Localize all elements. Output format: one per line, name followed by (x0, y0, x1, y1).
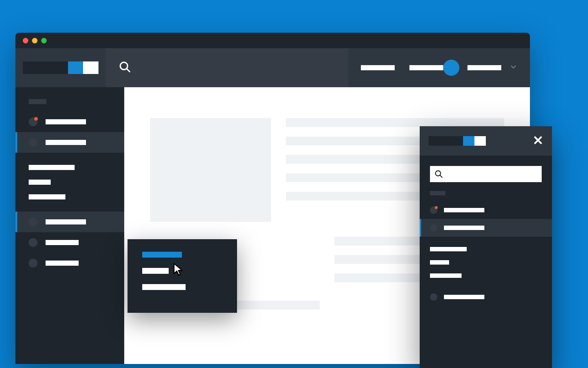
mini-item-2[interactable] (420, 219, 552, 237)
topbar-right (348, 48, 530, 87)
mini-subitem-label (430, 273, 462, 278)
mini-subitem-3[interactable] (420, 269, 552, 282)
context-menu (128, 239, 237, 313)
content-image-placeholder (150, 118, 271, 222)
sidebar-subitem-label (29, 165, 75, 170)
global-search[interactable] (105, 48, 348, 87)
svg-line-1 (127, 69, 130, 72)
sidebar-item-4[interactable] (15, 232, 124, 253)
mini-subitem-2[interactable] (420, 256, 552, 269)
avatar (443, 60, 459, 76)
mini-subitem-label (430, 247, 467, 251)
sidebar-heading (29, 99, 46, 104)
svg-line-5 (440, 175, 442, 177)
context-menu-item-3[interactable] (142, 284, 186, 290)
minimize-window-icon[interactable] (32, 38, 37, 43)
sidebar-item-label (46, 140, 86, 145)
window-titlebar (15, 33, 530, 48)
brand-area[interactable] (15, 48, 105, 87)
sidebar-subitem-label (29, 194, 65, 199)
mini-item-1[interactable] (420, 201, 552, 219)
context-menu-item-1[interactable] (142, 252, 182, 258)
status-dot-icon (29, 259, 37, 268)
status-dot-icon (29, 117, 37, 126)
mini-item-label (444, 208, 484, 212)
chevron-down-icon (509, 63, 517, 72)
mini-subitem-1[interactable] (420, 243, 552, 256)
mini-item-label (444, 295, 484, 299)
status-dot-icon (430, 206, 437, 214)
status-dot-icon (29, 238, 37, 247)
content-line (286, 118, 504, 127)
sidebar-subitem-label (29, 180, 51, 185)
sidebar-item-5[interactable] (15, 253, 124, 273)
sidebar-item-3[interactable] (15, 212, 124, 232)
search-icon (119, 61, 131, 75)
status-dot-icon (430, 293, 437, 301)
sidebar-item-2[interactable] (15, 132, 124, 153)
brand-logo (429, 136, 486, 146)
nav-link-1[interactable] (361, 65, 395, 70)
zoom-window-icon[interactable] (41, 38, 47, 43)
sidebar-subitem-1[interactable] (15, 160, 124, 175)
close-icon[interactable] (533, 135, 543, 147)
sidebar-subitem-3[interactable] (15, 190, 124, 204)
sidebar-item-label (46, 119, 86, 124)
sidebar-item-label (46, 240, 79, 245)
mini-panel-header (420, 126, 552, 156)
topbar (15, 48, 530, 87)
status-dot-icon (29, 138, 37, 147)
context-menu-item-2[interactable] (142, 268, 169, 274)
sidebar-item-1[interactable] (15, 112, 124, 132)
status-dot-icon (430, 224, 437, 231)
sidebar-subitem-2[interactable] (15, 175, 124, 190)
sidebar-item-label (46, 219, 86, 224)
mini-item-label (444, 226, 484, 230)
status-dot-icon (29, 217, 37, 226)
mini-search-input[interactable] (430, 166, 542, 182)
user-name (467, 65, 501, 70)
mini-panel (420, 126, 552, 368)
sidebar (15, 87, 124, 364)
sidebar-item-label (46, 261, 79, 266)
brand-logo (23, 61, 98, 74)
nav-link-2[interactable] (409, 65, 443, 70)
mini-heading (430, 191, 445, 195)
user-menu[interactable] (443, 60, 517, 76)
mini-item-3[interactable] (420, 288, 552, 306)
close-window-icon[interactable] (23, 38, 28, 43)
mini-subitem-label (430, 260, 449, 265)
